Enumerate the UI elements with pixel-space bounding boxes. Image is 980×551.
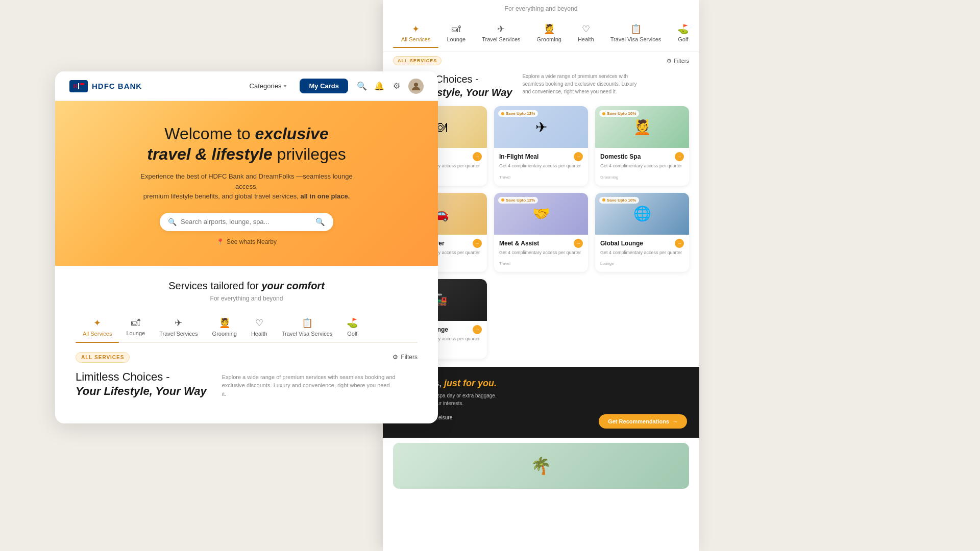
services-subtitle: For everything and beyond — [76, 295, 418, 302]
section-desc: Explore a wide range of premium services… — [222, 373, 396, 398]
golf-icon: ⛳ — [347, 317, 358, 329]
service-card-global-name: Global Lounge — [600, 240, 643, 247]
search-bar-icon: 🔍 — [168, 218, 177, 226]
nav-right: Categories ▾ My Cards 🔍 🔔 ⚙ — [244, 79, 424, 94]
panel-section-header: ALL SERVICES ⚙ Filters — [383, 52, 699, 69]
services-title: Services tailored for your comfort — [76, 280, 418, 292]
navbar: H HDFC BANK Categories ▾ My Cards 🔍 🔔 ⚙ — [55, 71, 438, 101]
panel-tab-grooming[interactable]: 💆 Grooming — [529, 18, 570, 47]
tab-visa-services[interactable]: 📋 Travel Visa Services — [275, 313, 340, 342]
service-card-inflight-tag: Travel — [499, 175, 510, 180]
panel-health-icon: ♡ — [582, 23, 590, 35]
bottom-card-image: 🌴 — [393, 443, 689, 489]
service-card-global-body: Global Lounge → Get 4 complimentary acce… — [595, 235, 689, 272]
filters-button[interactable]: ⚙ Filters — [393, 354, 418, 361]
panel-visa-icon: 📋 — [630, 23, 642, 35]
service-card-spa-desc: Get 4 complimentary access per quarter — [600, 163, 684, 169]
panel-tab-visa[interactable]: 📋 Travel Visa Services — [602, 18, 670, 47]
all-services-icon: ✦ — [93, 317, 101, 329]
section-header: ALL SERVICES ⚙ Filters — [76, 352, 418, 363]
hdfc-logo-icon: H — [69, 80, 88, 92]
svg-point-4 — [414, 83, 418, 87]
tab-travel-services[interactable]: ✈ Travel Services — [152, 313, 205, 342]
svg-rect-2 — [78, 83, 79, 89]
hero-subtext: Experience the best of HDFC Bank and Dre… — [139, 171, 354, 202]
panel-filter-icon: ⚙ — [667, 58, 672, 64]
search-bar: 🔍 🔍 — [160, 213, 333, 231]
service-card-spa[interactable]: 💆 Save Upto 10% Domestic Spa → Get 4 com… — [595, 106, 689, 186]
railways-arrow-button[interactable]: → — [473, 325, 482, 334]
global-arrow-button[interactable]: → — [675, 239, 684, 248]
arrow-right-icon: → — [672, 418, 678, 424]
service-card-inflight[interactable]: ✈ Save Upto 12% In-Flight Meal → Get 4 c… — [494, 106, 588, 186]
panel-tab-all-services[interactable]: ✦ All Services — [393, 18, 438, 47]
service-card-global-desc: Get 4 complimentary access per quarter — [600, 249, 684, 256]
service-card-meet-name: Meet & Assist — [499, 240, 539, 247]
service-card-inflight-name: In-Flight Meal — [499, 153, 538, 160]
svg-text:H: H — [74, 84, 77, 89]
service-card-spa-tag: Grooming — [600, 175, 618, 180]
service-card-meet-body: Meet & Assist → Get 4 complimentary acce… — [494, 235, 588, 272]
service-card-spa-name: Domestic Spa — [600, 153, 641, 160]
service-card-global-tag: Lounge — [600, 261, 614, 266]
chevron-down-icon: ▾ — [284, 83, 286, 89]
save-badge-global: Save Upto 10% — [599, 197, 639, 204]
tab-grooming[interactable]: 💆 Grooming — [205, 313, 244, 342]
health-icon: ♡ — [255, 317, 263, 329]
panel-golf-icon: ⛳ — [677, 23, 689, 35]
service-card-spa-body: Domestic Spa → Get 4 complimentary acces… — [595, 148, 689, 186]
my-cards-button[interactable]: My Cards — [300, 79, 348, 93]
panel-grooming-icon: 💆 — [544, 23, 555, 35]
service-card-inflight-desc: Get 4 complimentary access per quarter — [499, 163, 583, 169]
panel-topbar: ✦ All Services 🛋 Lounge ✈ Travel Service… — [383, 14, 699, 52]
main-card: H HDFC BANK Categories ▾ My Cards 🔍 🔔 ⚙ — [55, 71, 438, 423]
get-recommendations-button[interactable]: Get Recommendations → — [599, 414, 687, 429]
search-submit-button[interactable]: 🔍 — [315, 217, 325, 227]
inflight-arrow-button[interactable]: → — [574, 152, 583, 161]
services-section: Services tailored for your comfort For e… — [55, 266, 438, 409]
service-card-meet-tag: Travel — [499, 261, 510, 266]
nearby-button[interactable]: 📍 See whats Nearby — [216, 238, 277, 245]
nav-icons: 🔍 🔔 ⚙ — [356, 79, 424, 94]
all-services-badge: ALL SERVICES — [76, 352, 130, 363]
panel-tab-travel[interactable]: ✈ Travel Services — [474, 18, 528, 47]
service-card-meet[interactable]: 🤝 Save Upto 12% Meet & Assist → Get 4 co… — [494, 193, 588, 272]
panel-tab-golf[interactable]: ⛳ Golf — [669, 18, 697, 47]
tab-all-services[interactable]: ✦ All Services — [76, 313, 119, 342]
panel-tab-health[interactable]: ♡ Health — [570, 18, 602, 47]
section-title-block: Limitless Choices -Your Lifestyle, Your … — [76, 370, 418, 399]
perks-title: lized perks, just for you. — [395, 378, 687, 389]
categories-button[interactable]: Categories ▾ — [244, 79, 292, 93]
section-title: Limitless Choices -Your Lifestyle, Your … — [76, 370, 207, 399]
tab-golf[interactable]: ⛳ Golf — [339, 313, 365, 342]
filter-icon: ⚙ — [393, 354, 398, 361]
search-icon[interactable]: 🔍 — [356, 81, 368, 92]
lounge-arrow-button[interactable]: → — [473, 152, 482, 161]
tab-lounge[interactable]: 🛋 Lounge — [119, 313, 152, 342]
hero-section: Welcome to exclusivetravel & lifestyle p… — [55, 101, 438, 266]
avatar[interactable] — [408, 79, 424, 94]
panel-lounge-icon: 🛋 — [452, 24, 461, 35]
service-card-global[interactable]: 🌐 Save Upto 10% Global Lounge → Get 4 co… — [595, 193, 689, 272]
logo: H HDFC BANK — [69, 80, 142, 92]
airport-arrow-button[interactable]: → — [473, 239, 482, 248]
visa-icon: 📋 — [302, 317, 313, 329]
save-badge-spa: Save Upto 10% — [599, 110, 639, 117]
meet-arrow-button[interactable]: → — [574, 239, 583, 248]
spa-arrow-button[interactable]: → — [675, 152, 684, 161]
panel-all-services-icon: ✦ — [412, 23, 420, 35]
notification-icon[interactable]: 🔔 — [374, 81, 385, 92]
settings-icon[interactable]: ⚙ — [391, 81, 402, 92]
panel-title-desc: Explore a wide range of premium services… — [522, 72, 645, 99]
save-badge-meet: Save Upto 12% — [498, 197, 538, 204]
panel-tab-lounge[interactable]: 🛋 Lounge — [438, 19, 474, 47]
tab-health[interactable]: ♡ Health — [244, 313, 275, 342]
bottom-image-area: 🌴 — [383, 443, 699, 489]
panel-travel-icon: ✈ — [497, 23, 505, 35]
panel-top-text: For everything and beyond — [383, 0, 699, 14]
logo-text: HDFC BANK — [92, 82, 142, 90]
service-card-meet-desc: Get 4 complimentary access per quarter — [499, 249, 583, 256]
panel-filters-button[interactable]: ⚙ Filters — [667, 58, 689, 64]
search-input[interactable] — [181, 218, 311, 226]
save-badge-inflight: Save Upto 12% — [498, 110, 538, 117]
